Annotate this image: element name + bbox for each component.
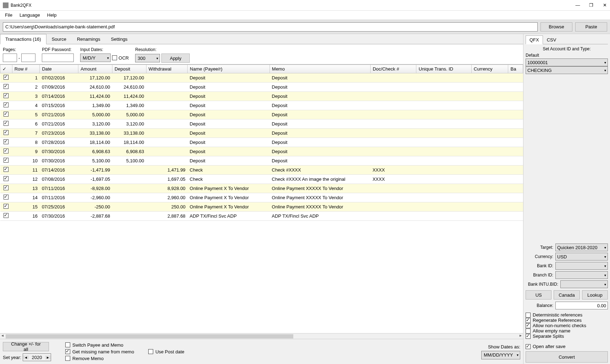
row-checkbox[interactable]	[4, 102, 9, 107]
convert-button[interactable]: Convert	[526, 351, 608, 363]
table-row[interactable]: 1507/25/2016-250.00250.00Online Payment …	[0, 202, 523, 212]
tab-0[interactable]: Transactions (16)	[0, 34, 46, 44]
row-checkbox[interactable]	[4, 167, 9, 172]
col-header[interactable]: Doc/Check #	[370, 65, 416, 73]
row-checkbox[interactable]	[4, 121, 9, 126]
row-checkbox[interactable]	[4, 149, 9, 153]
us-button[interactable]: US	[526, 290, 551, 299]
col-header[interactable]: Unique Trans. ID	[416, 65, 471, 73]
table-row[interactable]: 907/30/20166,908.636,908.63DepositDeposi…	[0, 147, 523, 156]
output-tab-qfx[interactable]: QFX	[526, 35, 543, 44]
row-checkbox[interactable]	[4, 84, 9, 89]
row-checkbox[interactable]	[4, 204, 9, 209]
branch-id-combo[interactable]	[555, 271, 608, 279]
file-path-input[interactable]	[3, 22, 538, 32]
show-dates-combo[interactable]: MM/DD/YYYY	[481, 351, 520, 359]
row-checkbox[interactable]	[4, 185, 9, 190]
account-type-combo[interactable]: CHECKING	[526, 66, 608, 74]
col-header[interactable]: Currency	[471, 65, 508, 73]
cell	[0, 101, 12, 110]
table-row[interactable]: 1007/30/20165,100.005,100.00DepositDepos…	[0, 156, 523, 166]
col-header[interactable]: Withdrawal	[146, 65, 188, 73]
use-post-date-checkbox[interactable]	[148, 349, 153, 354]
table-row[interactable]: 307/14/201611,424.0011,424.00DepositDepo…	[0, 92, 523, 101]
table-row[interactable]: 807/28/201618,114.0018,114.00DepositDepo…	[0, 138, 523, 147]
col-header[interactable]: Name (Payee/r)	[188, 65, 270, 73]
table-row[interactable]: 1207/08/2016-1,697.051,697.05CheckCheck …	[0, 175, 523, 184]
table-row[interactable]: 407/15/20161,349.001,349.00DepositDeposi…	[0, 101, 523, 110]
allow-nonnum-checkbox[interactable]	[526, 323, 531, 328]
table-row[interactable]: 707/23/201633,138.0033,138.00DepositDepo…	[0, 129, 523, 138]
get-missing-name-checkbox[interactable]	[65, 349, 70, 354]
col-header[interactable]: Amount	[78, 65, 112, 73]
table-row[interactable]: 1107/14/2016-1,471.991,471.99CheckCheck …	[0, 166, 523, 175]
account-id-combo[interactable]: 10000001	[526, 58, 608, 66]
tab-1[interactable]: Source	[46, 34, 72, 44]
col-header[interactable]: Row #	[12, 65, 40, 73]
row-checkbox[interactable]	[4, 93, 9, 98]
row-checkbox[interactable]	[4, 158, 9, 163]
pdf-password-input[interactable]	[42, 54, 74, 62]
browse-button[interactable]: Browse	[540, 22, 572, 32]
menu-help[interactable]: Help	[44, 11, 60, 19]
resolution-combo[interactable]: 300	[135, 54, 160, 62]
col-header[interactable]: Deposit	[112, 65, 146, 73]
cell: -250.00	[78, 202, 112, 212]
remove-memo-checkbox[interactable]	[65, 356, 70, 361]
table-row[interactable]: 107/02/201617,120.0017,120.00DepositDepo…	[0, 73, 523, 83]
pages-to-input[interactable]	[21, 54, 35, 62]
menu-file[interactable]: File	[1, 11, 16, 19]
tab-2[interactable]: Renamings	[72, 34, 106, 44]
open-after-save-checkbox[interactable]	[526, 344, 531, 349]
minimize-button[interactable]: —	[575, 3, 580, 8]
row-checkbox[interactable]	[4, 75, 9, 80]
col-header[interactable]: Date	[40, 65, 78, 73]
pages-from-input[interactable]	[3, 54, 17, 62]
col-header[interactable]: Memo	[270, 65, 370, 73]
currency-combo[interactable]: USD	[555, 253, 608, 261]
canada-button[interactable]: Canada	[554, 290, 580, 299]
close-button[interactable]: ✕	[602, 3, 607, 8]
year-next-button[interactable]: ►	[45, 355, 51, 359]
deterministic-refs-checkbox[interactable]	[526, 313, 531, 318]
cell	[370, 110, 416, 119]
lookup-button[interactable]: Lookup	[582, 290, 608, 299]
maximize-button[interactable]: ❐	[589, 3, 594, 8]
col-header[interactable]: ✓	[0, 65, 12, 73]
menu-language[interactable]: Language	[16, 11, 44, 19]
regenerate-refs-checkbox[interactable]	[526, 318, 531, 323]
row-checkbox[interactable]	[4, 213, 9, 218]
tab-3[interactable]: Settings	[106, 34, 133, 44]
bottom-panel: Change +/- for all Set year: ◄ 2020 ► Sw…	[0, 339, 523, 364]
row-checkbox[interactable]	[4, 176, 9, 181]
switch-payee-checkbox[interactable]	[65, 342, 70, 347]
horizontal-scrollbar[interactable]	[0, 333, 523, 339]
table-row[interactable]: 607/21/20163,120.003,120.00DepositDeposi…	[0, 119, 523, 129]
table-row[interactable]: 1407/11/2016-2,960.002,960.00Online Paym…	[0, 193, 523, 202]
bank-id-combo[interactable]	[555, 262, 608, 270]
row-checkbox[interactable]	[4, 112, 9, 117]
year-spinner[interactable]: ◄ 2020 ►	[23, 353, 51, 361]
col-header[interactable]: Ba	[508, 65, 523, 73]
balance-input[interactable]	[555, 302, 608, 309]
input-dates-combo[interactable]: M/D/Y	[80, 54, 111, 62]
output-tab-csv[interactable]: CSV	[543, 35, 560, 44]
allow-empty-name-checkbox[interactable]	[526, 329, 531, 334]
apply-button[interactable]: Apply	[161, 54, 190, 63]
target-combo[interactable]: Quicken 2018-2020	[555, 243, 608, 251]
ocr-checkbox[interactable]	[112, 55, 117, 60]
row-checkbox[interactable]	[4, 195, 9, 200]
table-row[interactable]: 1307/11/2016-8,928.008,928.00Online Paym…	[0, 184, 523, 193]
change-sign-button[interactable]: Change +/- for all	[3, 342, 49, 351]
year-prev-button[interactable]: ◄	[23, 355, 29, 359]
intu-bid-combo[interactable]	[560, 280, 608, 288]
row-checkbox[interactable]	[4, 130, 9, 135]
paste-button[interactable]: Paste	[575, 22, 607, 32]
cell: -2,960.00	[78, 193, 112, 202]
table-row[interactable]: 207/09/201624,610.0024,610.00DepositDepo…	[0, 83, 523, 92]
table-row[interactable]: 507/21/20165,000.005,000.00DepositDeposi…	[0, 110, 523, 119]
table-row[interactable]: 1607/30/2016-2,887.682,887.68ADP TX/Finc…	[0, 212, 523, 221]
transactions-table-wrap[interactable]: ✓Row #DateAmountDepositWithdrawalName (P…	[0, 64, 523, 333]
separate-splits-checkbox[interactable]	[526, 334, 531, 339]
row-checkbox[interactable]	[4, 139, 9, 144]
